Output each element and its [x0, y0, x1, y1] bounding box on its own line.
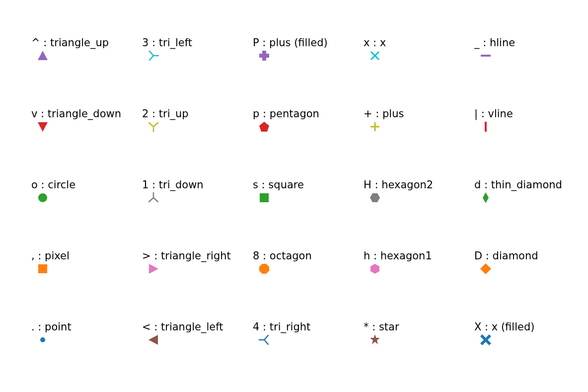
- marker-cell-plus-filled-: P : plus (filled): [253, 37, 364, 49]
- marker-label: d : thin_diamond: [474, 179, 585, 191]
- marker-label: P : plus (filled): [253, 37, 364, 49]
- marker-label: v : triangle_down: [31, 108, 142, 120]
- tri-up-icon: [148, 121, 159, 132]
- pentagon-icon: [259, 121, 270, 132]
- triangle-right-icon: [148, 263, 159, 274]
- marker-label: p : pentagon: [253, 108, 364, 120]
- octagon-icon: [259, 263, 270, 274]
- hexagon1-icon: [369, 263, 380, 274]
- marker-label: 3 : tri_left: [142, 37, 253, 49]
- marker-label: . : point: [31, 321, 142, 333]
- point-icon: [37, 334, 48, 345]
- marker-cell-tri-down: 1 : tri_down: [142, 179, 253, 191]
- marker-cell-triangle-right: > : triangle_right: [142, 250, 253, 262]
- marker-cell-x: x : x: [364, 37, 474, 49]
- circle-icon: [37, 192, 48, 203]
- marker-label: ^ : triangle_up: [31, 37, 142, 49]
- marker-label: _ : hline: [474, 37, 585, 49]
- triangle-up-icon: [37, 50, 48, 61]
- svg-marker-0: [38, 51, 48, 60]
- marker-cell-tri-left: 3 : tri_left: [142, 37, 253, 49]
- diamond-icon: [480, 263, 491, 274]
- square-icon: [259, 192, 270, 203]
- tri-down-icon: [148, 192, 159, 203]
- marker-label: 4 : tri_right: [253, 321, 364, 333]
- tri-right-icon: [259, 334, 270, 345]
- marker-cell-thin-diamond: d : thin_diamond: [474, 179, 585, 191]
- svg-marker-13: [370, 264, 379, 274]
- marker-label: 8 : octagon: [253, 250, 364, 262]
- plus-filled--icon: [259, 50, 270, 61]
- svg-marker-9: [483, 192, 489, 203]
- marker-label: > : triangle_right: [142, 250, 253, 262]
- x-icon: [369, 50, 380, 61]
- marker-cell-hline: _ : hline: [474, 37, 585, 49]
- marker-cell-plus: + : plus: [364, 108, 474, 120]
- plus-icon: [369, 121, 380, 132]
- marker-cell-hexagon2: H : hexagon2: [364, 179, 474, 191]
- svg-marker-16: [148, 335, 158, 345]
- marker-cell-star: * : star: [364, 321, 474, 333]
- marker-cell-tri-right: 4 : tri_right: [253, 321, 364, 333]
- marker-label: H : hexagon2: [364, 179, 474, 191]
- marker-cell-hexagon1: h : hexagon1: [364, 250, 474, 262]
- svg-marker-12: [259, 264, 269, 274]
- svg-marker-18: [480, 334, 491, 345]
- thin-diamond-icon: [480, 192, 491, 203]
- marker-cell-octagon: 8 : octagon: [253, 250, 364, 262]
- marker-cell-triangle-up: ^ : triangle_up: [31, 37, 142, 49]
- svg-point-6: [38, 193, 47, 202]
- svg-marker-3: [38, 122, 48, 132]
- marker-label: D : diamond: [474, 250, 585, 262]
- marker-label: o : circle: [31, 179, 142, 191]
- marker-label: X : x (filled): [474, 321, 585, 333]
- svg-marker-1: [259, 51, 269, 61]
- marker-label: 2 : tri_up: [142, 108, 253, 120]
- svg-rect-10: [38, 264, 47, 273]
- triangle-down-icon: [37, 121, 48, 132]
- marker-cell-x-filled-: X : x (filled): [474, 321, 585, 333]
- svg-point-15: [40, 337, 45, 342]
- svg-rect-7: [260, 193, 269, 202]
- marker-cell-pixel: , : pixel: [31, 250, 142, 262]
- marker-cell-circle: o : circle: [31, 179, 142, 191]
- svg-marker-14: [480, 263, 491, 274]
- marker-label: < : triangle_left: [142, 321, 253, 333]
- marker-cell-vline: | : vline: [474, 108, 585, 120]
- marker-label: * : star: [364, 321, 474, 333]
- marker-label: s : square: [253, 179, 364, 191]
- marker-cell-square: s : square: [253, 179, 364, 191]
- marker-label: , : pixel: [31, 250, 142, 262]
- marker-cell-triangle-left: < : triangle_left: [142, 321, 253, 333]
- marker-label: h : hexagon1: [364, 250, 474, 262]
- svg-marker-17: [370, 334, 380, 344]
- triangle-left-icon: [148, 334, 159, 345]
- marker-cell-diamond: D : diamond: [474, 250, 585, 262]
- marker-cell-triangle-down: v : triangle_down: [31, 108, 142, 120]
- hline-icon: [480, 50, 491, 61]
- x-filled--icon: [480, 334, 491, 345]
- svg-marker-11: [149, 264, 158, 274]
- star-icon: [369, 334, 380, 345]
- svg-marker-4: [259, 122, 269, 132]
- marker-cell-pentagon: p : pentagon: [253, 108, 364, 120]
- pixel-icon: [37, 263, 48, 274]
- hexagon2-icon: [369, 192, 380, 203]
- marker-label: | : vline: [474, 108, 585, 120]
- marker-cell-point: . : point: [31, 321, 142, 333]
- marker-cell-tri-up: 2 : tri_up: [142, 108, 253, 120]
- marker-label: 1 : tri_down: [142, 179, 253, 191]
- svg-marker-8: [370, 193, 380, 202]
- marker-label: + : plus: [364, 108, 474, 120]
- tri-left-icon: [148, 50, 159, 61]
- vline-icon: [480, 121, 491, 132]
- marker-label: x : x: [364, 37, 474, 49]
